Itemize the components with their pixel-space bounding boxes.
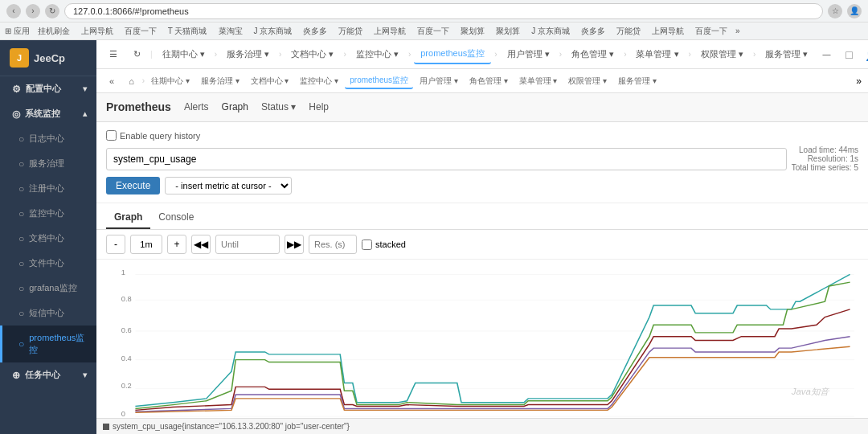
forward-btn[interactable]: ▶▶ (285, 235, 304, 254)
second-nav-doc[interactable]: 文档中心 ▾ (246, 74, 294, 88)
second-nav-service-mgmt[interactable]: 服务管理 ▾ (613, 74, 661, 88)
nav-back-btn[interactable]: « (103, 73, 121, 89)
nav-home-btn[interactable]: ⌂ (122, 73, 141, 89)
bookmark-6[interactable]: J 京东商城 (251, 24, 296, 39)
apps-icon[interactable]: ⊞ 应用 (5, 26, 30, 37)
stacked-checkbox[interactable] (362, 240, 372, 250)
execute-button[interactable]: Execute (106, 177, 160, 194)
bookmark-3[interactable]: 百度一下 (121, 24, 160, 39)
sidebar-label-task: 任务中心 (25, 369, 60, 381)
bookmark-11[interactable]: 聚划算 (457, 24, 488, 39)
svg-text:0.8: 0.8 (121, 296, 132, 304)
until-input[interactable] (215, 235, 280, 254)
second-nav-users[interactable]: 用户管理 ▾ (415, 74, 463, 88)
sidebar-item-monitor[interactable]: ◎ 系统监控 ▴ (0, 101, 96, 126)
rewind-btn[interactable]: ◀◀ (191, 235, 211, 254)
load-time: Load time: 44ms (792, 145, 858, 154)
bookmark-15[interactable]: 万能贷 (613, 24, 644, 39)
breadcrumb-service-mgmt[interactable]: 服务管理 ▾ (759, 45, 814, 63)
maximize-btn[interactable]: □ (840, 46, 858, 63)
bookmark-10[interactable]: 百度一下 (414, 24, 452, 39)
sep1: › (215, 50, 217, 59)
breadcrumb-home[interactable]: 往期中心 ▾ (156, 45, 211, 63)
more-bookmarks[interactable]: » (735, 27, 740, 35)
sidebar-item-sms[interactable]: ○ 短信中心 (0, 301, 96, 326)
sidebar-item-daily[interactable]: ○ 日志中心 (0, 126, 96, 151)
bookmark-17[interactable]: 百度一下 (692, 24, 731, 39)
breadcrumb-service[interactable]: 服务治理 ▾ (220, 45, 276, 63)
prom-nav-alerts[interactable]: Alerts (184, 96, 209, 119)
sidebar-item-doc[interactable]: ○ 文档中心 (0, 226, 96, 251)
service-icon: ○ (18, 158, 24, 170)
breadcrumb-monitor[interactable]: 监控中心 ▾ (350, 45, 405, 63)
sep3: › (343, 50, 346, 59)
sidebar-item-grafana[interactable]: ○ grafana监控 (0, 276, 96, 301)
bookmark-13[interactable]: J 京东商城 (528, 24, 573, 39)
second-nav-roles[interactable]: 角色管理 ▾ (465, 74, 513, 88)
refresh-btn[interactable]: ↻ (45, 4, 59, 18)
url-bar[interactable]: 127.0.0.1:8066/#!prometheus (64, 3, 823, 19)
second-nav-home[interactable]: 往期中心 ▾ (146, 74, 194, 88)
svg-text:0.6: 0.6 (121, 326, 132, 334)
sidebar-item-task[interactable]: ⊕ 任务中心 ▾ (0, 362, 96, 387)
breadcrumb-doc[interactable]: 文档中心 ▾ (285, 45, 340, 63)
bookmark-4[interactable]: T 天猫商城 (165, 24, 211, 39)
second-nav-monitor[interactable]: 监控中心 ▾ (295, 74, 343, 88)
refresh-nav-btn[interactable]: ↻ (127, 46, 147, 63)
sidebar-item-service[interactable]: ○ 服务治理 (0, 151, 96, 176)
sidebar: J JeeCp ⚙ 配置中心 ▾ ◎ 系统监控 ▴ ○ (0, 40, 96, 434)
graph-svg: 1 0.8 0.6 0.4 0.2 0 0% 15s 30s (106, 263, 858, 418)
bookmark-8[interactable]: 万能贷 (335, 24, 366, 39)
sidebar-item-config[interactable]: ⚙ 配置中心 ▾ (0, 76, 96, 101)
bookmark-9[interactable]: 上网导航 (371, 24, 409, 39)
bookmark-1[interactable]: 挂机刷金 (35, 24, 73, 39)
breadcrumb-menu[interactable]: 菜单管理 ▾ (629, 45, 685, 63)
task-chevron-icon: ▾ (83, 371, 87, 379)
star-btn[interactable]: ☆ (828, 4, 842, 18)
avatar-icon[interactable]: 👤 (862, 46, 868, 63)
more-nav-icon[interactable]: » (856, 76, 862, 87)
breadcrumb-roles[interactable]: 角色管理 ▾ (565, 45, 620, 63)
resolution-input[interactable] (309, 235, 357, 254)
bookmark-14[interactable]: 炎多多 (578, 24, 608, 39)
prom-nav-graph[interactable]: Graph (222, 96, 248, 119)
prom-nav-status[interactable]: Status ▾ (261, 96, 296, 119)
second-nav-permissions[interactable]: 权限管理 ▾ (563, 74, 612, 88)
sidebar-item-prometheus[interactable]: ○ prometheus监控 (0, 326, 96, 362)
stacked-label: stacked (375, 240, 406, 249)
tab-console[interactable]: Console (150, 207, 202, 229)
user-btn[interactable]: 👤 (847, 4, 862, 18)
tab-graph[interactable]: Graph (106, 207, 150, 229)
prometheus-area: Prometheus Alerts Graph Status ▾ Help En… (96, 93, 868, 434)
zoom-in-btn[interactable]: + (167, 235, 186, 254)
zoom-out-btn[interactable]: - (106, 235, 125, 254)
back-btn[interactable]: ‹ (6, 4, 21, 18)
sidebar-item-file[interactable]: ○ 文件中心 (0, 251, 96, 276)
time-range-input[interactable] (130, 235, 162, 254)
enable-history-checkbox[interactable] (106, 130, 117, 141)
second-nav-prometheus[interactable]: prometheus监控 (345, 73, 413, 89)
sms-icon: ○ (18, 308, 24, 319)
bookmark-2[interactable]: 上网导航 (78, 24, 117, 39)
minimize-btn[interactable]: ─ (817, 46, 835, 63)
second-nav-menu[interactable]: 菜单管理 ▾ (514, 74, 563, 88)
prom-nav-help[interactable]: Help (309, 96, 329, 119)
sidebar-item-register[interactable]: ○ 注册中心 (0, 176, 96, 201)
sidebar-item-monitor-center[interactable]: ○ 监控中心 (0, 201, 96, 226)
bookmark-5[interactable]: 菜淘宝 (215, 24, 246, 39)
sidebar-label-grafana: grafana监控 (29, 282, 76, 294)
query-input[interactable] (106, 148, 787, 170)
second-sep: › (142, 76, 145, 85)
graph-controls: - + ◀◀ ▶▶ stacked (96, 230, 868, 260)
bookmark-7[interactable]: 炎多多 (300, 24, 330, 39)
breadcrumb-permissions[interactable]: 权限管理 ▾ (694, 45, 750, 63)
bookmark-16[interactable]: 上网导航 (649, 24, 687, 39)
breadcrumb-users[interactable]: 用户管理 ▾ (501, 45, 556, 63)
breadcrumb-prometheus[interactable]: prometheus监控 (414, 44, 491, 64)
forward-btn[interactable]: › (26, 4, 40, 18)
sidebar-label-sms: 短信中心 (29, 307, 64, 319)
second-nav-service[interactable]: 服务治理 ▾ (196, 74, 244, 88)
insert-metric-select[interactable]: - insert metric at cursor - (165, 177, 292, 194)
collapse-menu-btn[interactable]: ☰ (103, 46, 124, 63)
bookmark-12[interactable]: 聚划算 (493, 24, 523, 39)
